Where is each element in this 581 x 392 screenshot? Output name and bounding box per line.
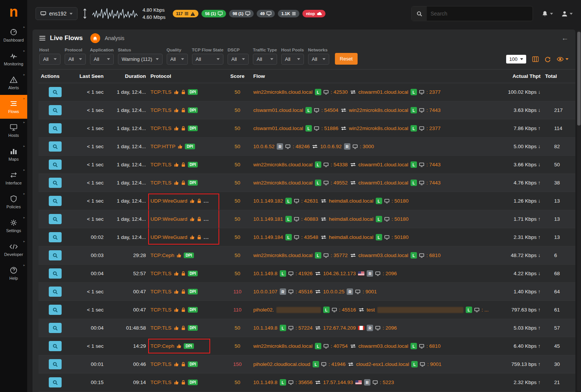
collapse-arrow-icon[interactable]: ← — [561, 34, 569, 42]
flow-host-link[interactable]: cloud2-esx1.cloud.local — [356, 361, 409, 367]
flow-host-link[interactable]: clswarm03.cloud.local — [358, 253, 408, 258]
flow-details-button[interactable] — [49, 377, 62, 387]
flow-port-link[interactable]: : 43548 — [301, 234, 318, 240]
flow-details-button[interactable] — [49, 87, 62, 97]
protocol-link[interactable]: UDP:WireGuard — [150, 198, 187, 204]
flow-port-link[interactable]: : 6810 — [426, 253, 441, 258]
filter-networks-select[interactable]: All — [308, 54, 329, 65]
protocol-link[interactable]: TCP:TLS — [150, 325, 172, 331]
flow-port-link[interactable]: : 40883 — [301, 216, 318, 222]
flow-host-link[interactable]: 10.0.0.107 — [253, 289, 277, 294]
flow-port-link[interactable]: : 35656 — [296, 380, 313, 385]
sidebar-item-help[interactable]: ▸Help — [0, 262, 27, 285]
flow-host-link[interactable]: win22microk8s.cloud.local — [253, 253, 313, 258]
home-icon[interactable] — [90, 33, 100, 43]
score-link[interactable]: 150 — [233, 361, 242, 367]
score-link[interactable]: 50 — [234, 343, 240, 349]
column-header-last-seen[interactable]: Last Seen — [72, 70, 106, 83]
protocol-link[interactable]: TCP:TLS — [150, 307, 172, 313]
flow-host-link[interactable]: pihole02. — [253, 307, 274, 313]
score-link[interactable]: 50 — [234, 216, 240, 222]
column-header-score[interactable]: Score — [224, 70, 251, 83]
flow-port-link[interactable]: : 2096 — [383, 271, 397, 276]
filter-protocol-select[interactable]: All — [65, 54, 86, 65]
flow-port-link[interactable]: : 35772 — [331, 253, 348, 258]
protocol-link[interactable]: UDP:WireGuard — [150, 234, 187, 240]
flow-host-link[interactable]: heimdall.cloud.local — [329, 216, 373, 222]
page-size-select[interactable]: 100 — [506, 55, 526, 64]
flow-port-link[interactable]: : 57224 — [296, 325, 313, 331]
flow-host-link[interactable]: clswarm01.cloud.local — [358, 89, 408, 95]
refresh-icon[interactable] — [545, 56, 551, 62]
flow-host-link[interactable]: win22microk8s.cloud.local — [349, 107, 408, 113]
flow-host-link[interactable]: 10.1.149.182 — [253, 198, 283, 204]
flow-details-button[interactable] — [49, 287, 62, 297]
scrollbar[interactable] — [577, 30, 581, 391]
score-link[interactable]: 50 — [234, 325, 240, 331]
flow-port-link[interactable]: : 6810 — [426, 343, 441, 349]
protocol-link[interactable]: UDP:WireGuard — [150, 216, 187, 222]
flow-host-link[interactable]: win22microk8s.cloud.local — [253, 89, 313, 95]
flow-details-button[interactable] — [49, 305, 62, 315]
flow-port-link[interactable]: : 41926 — [296, 271, 313, 276]
flow-host-link[interactable]: clswarm01.cloud.local — [358, 162, 408, 167]
score-link[interactable]: 50 — [234, 271, 240, 276]
score-link[interactable]: 50 — [234, 107, 240, 113]
score-link[interactable]: 50 — [234, 162, 240, 167]
visibility-menu[interactable] — [557, 57, 569, 62]
flow-port-link[interactable]: : 45516 — [339, 307, 356, 313]
protocol-link[interactable]: TCP:TLS — [150, 162, 172, 167]
flow-port-link[interactable]: : 2377 — [426, 89, 441, 95]
flow-host-link[interactable]: win22microk8s.cloud.local — [253, 162, 313, 167]
column-header-actions[interactable]: Actions — [39, 70, 72, 83]
score-link[interactable]: 110 — [233, 307, 242, 313]
protocol-link[interactable]: TCP:TLS — [150, 107, 172, 113]
flow-details-button[interactable] — [49, 359, 62, 369]
flow-host-link[interactable]: 10.0.6.92 — [320, 144, 341, 149]
flow-details-button[interactable] — [49, 196, 62, 206]
flow-host-link[interactable]: clswarm03.cloud.local — [358, 343, 408, 349]
flow-port-link[interactable]: : 41946 — [328, 361, 346, 367]
scrollbar-thumb[interactable] — [577, 32, 581, 126]
flow-host-link[interactable]: win22microk8s.cloud.local — [253, 180, 313, 186]
protocol-link[interactable]: TCP:TLS — [150, 271, 172, 276]
flow-host-link[interactable]: pihole02.cloudlocal.cloud — [253, 361, 310, 367]
interface-selector[interactable]: ens192 — [36, 7, 77, 20]
reset-button[interactable]: Reset — [335, 53, 358, 65]
search-icon[interactable] — [412, 6, 427, 21]
flow-details-button[interactable] — [49, 214, 62, 224]
column-header-total[interactable]: Total — [543, 70, 575, 83]
score-link[interactable]: 50 — [234, 198, 240, 204]
score-link[interactable]: 50 — [234, 234, 240, 240]
sidebar-item-interface[interactable]: ▸Interface — [0, 166, 27, 190]
flow-port-link[interactable]: : 5223 — [380, 380, 394, 385]
flow-host-link[interactable]: 104.26.12.173 — [323, 271, 356, 276]
column-header-protocol[interactable]: Protocol — [148, 70, 224, 83]
filter-tcp-flow-state-select[interactable]: All — [192, 54, 224, 65]
sidebar-item-alerts[interactable]: ▸Alerts — [0, 71, 27, 95]
score-link[interactable]: 50 — [234, 126, 240, 131]
flow-port-link[interactable]: : 50180 — [392, 234, 409, 240]
protocol-link[interactable]: TCP:Ceph — [150, 253, 174, 258]
flow-host-link[interactable]: 10.1.149.8 — [253, 271, 277, 276]
flow-port-link[interactable]: : 7443 — [426, 162, 441, 167]
score-link[interactable]: 50 — [234, 253, 240, 258]
flow-host-link[interactable]: test — [367, 307, 375, 313]
status-badge-1-1k[interactable]: 1.1K — [278, 10, 299, 17]
flow-port-link[interactable]: : 2096 — [383, 325, 397, 331]
flow-port-link[interactable]: : 54504 — [321, 107, 338, 113]
column-header-actual-thpt[interactable]: Actual Thpt — [493, 70, 543, 83]
flow-host-link[interactable]: 10.1.149.8 — [253, 380, 277, 385]
flow-details-button[interactable] — [49, 268, 62, 279]
status-badge-98-1[interactable]: 98 (1) — [229, 10, 254, 17]
flow-host-link[interactable]: 10.0.6.52 — [253, 144, 274, 149]
ntop-logo[interactable]: n — [0, 0, 27, 23]
flow-port-link[interactable]: : 7443 — [426, 107, 441, 113]
flow-details-button[interactable] — [49, 105, 62, 115]
flow-port-link[interactable]: : 7443 — [426, 180, 441, 186]
flow-port-link[interactable]: : 51886 — [321, 126, 338, 131]
protocol-link[interactable]: TCP:TLS — [150, 180, 172, 186]
flow-host-link[interactable]: heimdall.cloud.local — [329, 234, 373, 240]
flow-port-link[interactable]: : 50180 — [392, 216, 409, 222]
filter-traffic-type-select[interactable]: All — [253, 54, 277, 65]
